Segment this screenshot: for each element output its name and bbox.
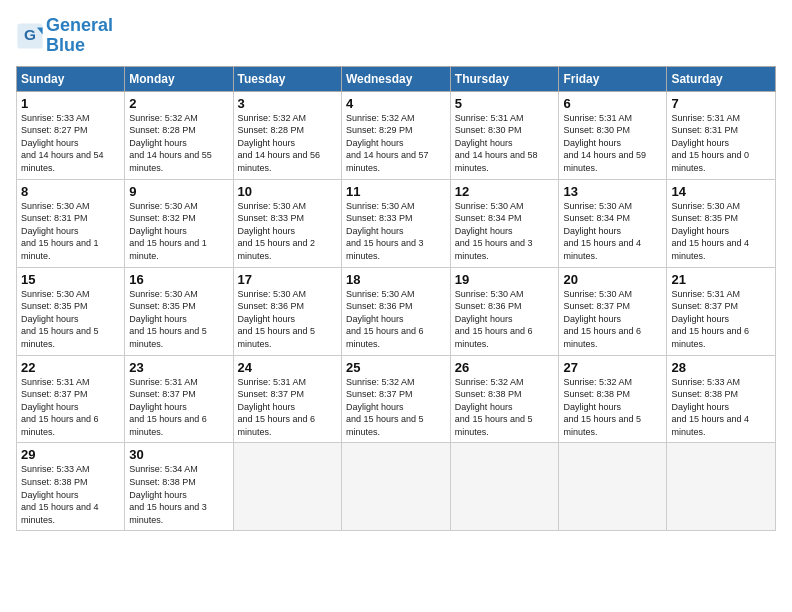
day-cell (559, 443, 667, 531)
header-row: SundayMondayTuesdayWednesdayThursdayFrid… (17, 66, 776, 91)
day-cell (450, 443, 559, 531)
day-number: 11 (346, 184, 446, 199)
day-cell: 29Sunrise: 5:33 AMSunset: 8:38 PMDayligh… (17, 443, 125, 531)
week-row-1: 1Sunrise: 5:33 AMSunset: 8:27 PMDaylight… (17, 91, 776, 179)
day-cell: 16Sunrise: 5:30 AMSunset: 8:35 PMDayligh… (125, 267, 233, 355)
logo-text: GeneralBlue (46, 16, 113, 56)
day-number: 3 (238, 96, 337, 111)
day-info: Sunrise: 5:31 AMSunset: 8:37 PMDaylight … (238, 376, 337, 439)
day-number: 16 (129, 272, 228, 287)
day-cell: 14Sunrise: 5:30 AMSunset: 8:35 PMDayligh… (667, 179, 776, 267)
day-info: Sunrise: 5:33 AMSunset: 8:38 PMDaylight … (671, 376, 771, 439)
day-info: Sunrise: 5:32 AMSunset: 8:29 PMDaylight … (346, 112, 446, 175)
day-number: 19 (455, 272, 555, 287)
day-cell: 1Sunrise: 5:33 AMSunset: 8:27 PMDaylight… (17, 91, 125, 179)
day-cell: 22Sunrise: 5:31 AMSunset: 8:37 PMDayligh… (17, 355, 125, 443)
day-info: Sunrise: 5:30 AMSunset: 8:32 PMDaylight … (129, 200, 228, 263)
day-info: Sunrise: 5:32 AMSunset: 8:28 PMDaylight … (129, 112, 228, 175)
day-header-saturday: Saturday (667, 66, 776, 91)
day-cell: 25Sunrise: 5:32 AMSunset: 8:37 PMDayligh… (341, 355, 450, 443)
day-cell: 8Sunrise: 5:30 AMSunset: 8:31 PMDaylight… (17, 179, 125, 267)
day-info: Sunrise: 5:34 AMSunset: 8:38 PMDaylight … (129, 463, 228, 526)
day-number: 21 (671, 272, 771, 287)
day-cell: 12Sunrise: 5:30 AMSunset: 8:34 PMDayligh… (450, 179, 559, 267)
day-info: Sunrise: 5:33 AMSunset: 8:27 PMDaylight … (21, 112, 120, 175)
day-cell: 30Sunrise: 5:34 AMSunset: 8:38 PMDayligh… (125, 443, 233, 531)
day-header-tuesday: Tuesday (233, 66, 341, 91)
day-cell: 2Sunrise: 5:32 AMSunset: 8:28 PMDaylight… (125, 91, 233, 179)
day-number: 26 (455, 360, 555, 375)
day-cell: 3Sunrise: 5:32 AMSunset: 8:28 PMDaylight… (233, 91, 341, 179)
day-number: 2 (129, 96, 228, 111)
day-info: Sunrise: 5:32 AMSunset: 8:38 PMDaylight … (455, 376, 555, 439)
day-number: 6 (563, 96, 662, 111)
page-header: G GeneralBlue (16, 16, 776, 56)
day-info: Sunrise: 5:32 AMSunset: 8:38 PMDaylight … (563, 376, 662, 439)
day-number: 22 (21, 360, 120, 375)
day-number: 12 (455, 184, 555, 199)
day-info: Sunrise: 5:32 AMSunset: 8:37 PMDaylight … (346, 376, 446, 439)
day-cell: 4Sunrise: 5:32 AMSunset: 8:29 PMDaylight… (341, 91, 450, 179)
day-number: 13 (563, 184, 662, 199)
day-info: Sunrise: 5:30 AMSunset: 8:36 PMDaylight … (346, 288, 446, 351)
day-info: Sunrise: 5:30 AMSunset: 8:35 PMDaylight … (671, 200, 771, 263)
day-number: 4 (346, 96, 446, 111)
day-info: Sunrise: 5:33 AMSunset: 8:38 PMDaylight … (21, 463, 120, 526)
day-cell (233, 443, 341, 531)
day-number: 25 (346, 360, 446, 375)
day-info: Sunrise: 5:30 AMSunset: 8:34 PMDaylight … (563, 200, 662, 263)
day-cell (341, 443, 450, 531)
day-cell: 7Sunrise: 5:31 AMSunset: 8:31 PMDaylight… (667, 91, 776, 179)
day-info: Sunrise: 5:30 AMSunset: 8:36 PMDaylight … (455, 288, 555, 351)
day-info: Sunrise: 5:31 AMSunset: 8:30 PMDaylight … (455, 112, 555, 175)
day-cell: 9Sunrise: 5:30 AMSunset: 8:32 PMDaylight… (125, 179, 233, 267)
day-cell: 18Sunrise: 5:30 AMSunset: 8:36 PMDayligh… (341, 267, 450, 355)
day-number: 17 (238, 272, 337, 287)
week-row-2: 8Sunrise: 5:30 AMSunset: 8:31 PMDaylight… (17, 179, 776, 267)
logo-icon: G (16, 22, 44, 50)
day-cell: 26Sunrise: 5:32 AMSunset: 8:38 PMDayligh… (450, 355, 559, 443)
day-number: 20 (563, 272, 662, 287)
day-info: Sunrise: 5:31 AMSunset: 8:31 PMDaylight … (671, 112, 771, 175)
day-cell: 15Sunrise: 5:30 AMSunset: 8:35 PMDayligh… (17, 267, 125, 355)
day-info: Sunrise: 5:30 AMSunset: 8:33 PMDaylight … (238, 200, 337, 263)
day-info: Sunrise: 5:31 AMSunset: 8:30 PMDaylight … (563, 112, 662, 175)
day-info: Sunrise: 5:30 AMSunset: 8:37 PMDaylight … (563, 288, 662, 351)
day-number: 15 (21, 272, 120, 287)
day-number: 14 (671, 184, 771, 199)
day-number: 28 (671, 360, 771, 375)
week-row-4: 22Sunrise: 5:31 AMSunset: 8:37 PMDayligh… (17, 355, 776, 443)
day-cell: 20Sunrise: 5:30 AMSunset: 8:37 PMDayligh… (559, 267, 667, 355)
day-info: Sunrise: 5:32 AMSunset: 8:28 PMDaylight … (238, 112, 337, 175)
week-row-3: 15Sunrise: 5:30 AMSunset: 8:35 PMDayligh… (17, 267, 776, 355)
day-number: 1 (21, 96, 120, 111)
day-header-thursday: Thursday (450, 66, 559, 91)
day-number: 9 (129, 184, 228, 199)
day-info: Sunrise: 5:30 AMSunset: 8:34 PMDaylight … (455, 200, 555, 263)
day-number: 18 (346, 272, 446, 287)
day-cell: 19Sunrise: 5:30 AMSunset: 8:36 PMDayligh… (450, 267, 559, 355)
day-cell: 27Sunrise: 5:32 AMSunset: 8:38 PMDayligh… (559, 355, 667, 443)
day-cell: 10Sunrise: 5:30 AMSunset: 8:33 PMDayligh… (233, 179, 341, 267)
day-info: Sunrise: 5:31 AMSunset: 8:37 PMDaylight … (671, 288, 771, 351)
day-number: 5 (455, 96, 555, 111)
day-cell: 17Sunrise: 5:30 AMSunset: 8:36 PMDayligh… (233, 267, 341, 355)
day-cell: 24Sunrise: 5:31 AMSunset: 8:37 PMDayligh… (233, 355, 341, 443)
day-info: Sunrise: 5:30 AMSunset: 8:35 PMDaylight … (129, 288, 228, 351)
day-cell: 13Sunrise: 5:30 AMSunset: 8:34 PMDayligh… (559, 179, 667, 267)
day-cell: 23Sunrise: 5:31 AMSunset: 8:37 PMDayligh… (125, 355, 233, 443)
day-header-wednesday: Wednesday (341, 66, 450, 91)
day-number: 30 (129, 447, 228, 462)
calendar-table: SundayMondayTuesdayWednesdayThursdayFrid… (16, 66, 776, 532)
day-number: 24 (238, 360, 337, 375)
day-cell: 11Sunrise: 5:30 AMSunset: 8:33 PMDayligh… (341, 179, 450, 267)
day-cell (667, 443, 776, 531)
day-info: Sunrise: 5:31 AMSunset: 8:37 PMDaylight … (129, 376, 228, 439)
day-number: 8 (21, 184, 120, 199)
day-header-friday: Friday (559, 66, 667, 91)
svg-text:G: G (24, 26, 36, 43)
day-cell: 21Sunrise: 5:31 AMSunset: 8:37 PMDayligh… (667, 267, 776, 355)
day-number: 7 (671, 96, 771, 111)
day-info: Sunrise: 5:30 AMSunset: 8:33 PMDaylight … (346, 200, 446, 263)
day-header-sunday: Sunday (17, 66, 125, 91)
